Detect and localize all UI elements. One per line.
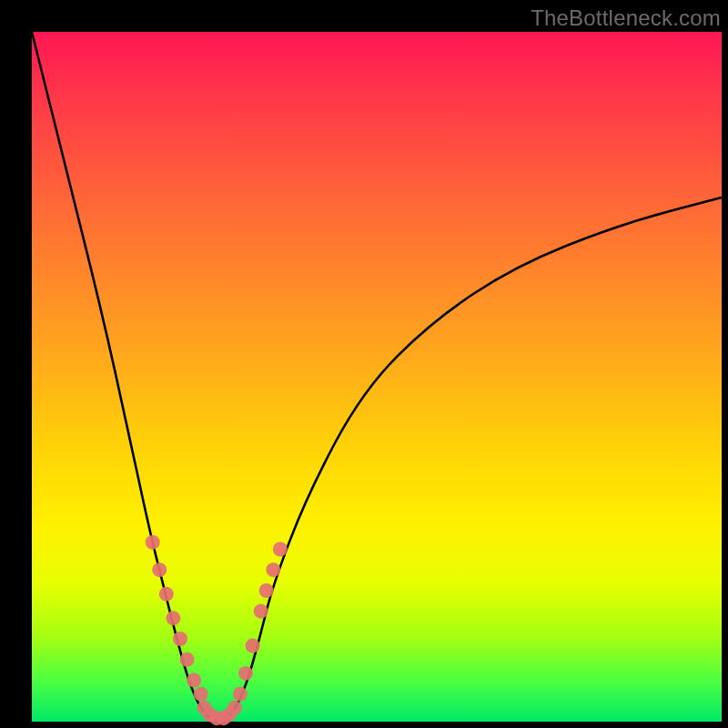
data-marker [273, 542, 288, 557]
chart-svg [32, 32, 722, 722]
chart-frame: TheBottleneck.com [0, 0, 728, 728]
data-marker [254, 604, 268, 619]
watermark-text: TheBottleneck.com [531, 5, 721, 31]
data-marker [152, 562, 167, 577]
data-marker [173, 632, 187, 646]
plot-area [32, 32, 722, 722]
data-marker [187, 673, 201, 688]
data-marker [238, 666, 253, 681]
data-marker [266, 562, 280, 577]
data-marker [246, 639, 260, 653]
data-marker [233, 687, 248, 702]
data-marker [180, 652, 195, 667]
data-marker [259, 583, 274, 598]
data-marker [166, 611, 180, 625]
data-marker [159, 587, 174, 602]
data-marker [228, 701, 242, 715]
data-markers [146, 535, 288, 725]
data-marker [146, 535, 160, 550]
bottleneck-curve [32, 32, 722, 720]
data-marker [194, 687, 208, 702]
